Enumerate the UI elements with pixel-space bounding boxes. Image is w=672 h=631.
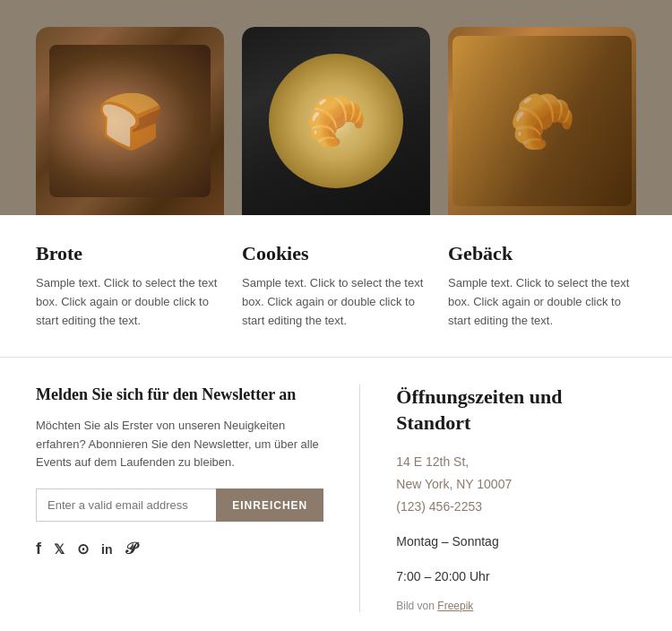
location-title: Öffnungszeiten und Standort (396, 385, 636, 436)
product-cookies-title: Cookies (242, 242, 430, 265)
facebook-icon[interactable]: f (36, 540, 41, 558)
social-icons-row: f 𝕏 ⊙ in 𝒫 (36, 540, 323, 558)
product-gebaeck: Gebäck Sample text. Click to select the … (448, 242, 636, 330)
submit-button[interactable]: EINREICHEN (216, 488, 323, 522)
newsletter-description: Möchten Sie als Erster von unseren Neuig… (36, 417, 323, 472)
pastry-image (448, 27, 636, 215)
linkedin-icon[interactable]: in (101, 542, 112, 557)
product-cookies: Cookies Sample text. Click to select the… (242, 242, 430, 330)
gallery-item-bread (36, 27, 224, 215)
product-brote-title: Brote (36, 242, 224, 265)
address-line2[interactable]: New York, NY 10007 (396, 473, 636, 496)
email-input[interactable] (36, 488, 216, 522)
gallery-section (0, 0, 672, 215)
products-section: Brote Sample text. Click to select the t… (0, 215, 672, 357)
credit-link[interactable]: Freepik (437, 600, 473, 612)
gallery-item-pastry (448, 27, 636, 215)
gallery-item-cookies (242, 27, 430, 215)
product-gebaeck-title: Gebäck (448, 242, 636, 265)
twitter-icon[interactable]: 𝕏 (54, 541, 65, 558)
hours-time: 7:00 – 20:00 Uhr (396, 566, 636, 588)
location-column: Öffnungszeiten und Standort 14 E 12th St… (359, 385, 636, 611)
bread-image (36, 27, 224, 215)
hours-days: Montag – Sonntag (396, 531, 636, 553)
phone-link[interactable]: (123) 456-2253 (396, 496, 636, 518)
address-line1[interactable]: 14 E 12th St, (396, 451, 636, 473)
product-brote: Brote Sample text. Click to select the t… (36, 242, 224, 330)
cookies-image (242, 27, 430, 215)
credit-text: Bild von Freepik (396, 600, 636, 612)
product-gebaeck-text: Sample text. Click to select the text bo… (448, 274, 636, 330)
newsletter-title: Melden Sie sich für den Newsletter an (36, 385, 323, 405)
email-form: EINREICHEN (36, 488, 323, 522)
instagram-icon[interactable]: ⊙ (77, 540, 89, 558)
product-cookies-text: Sample text. Click to select the text bo… (242, 274, 430, 330)
newsletter-column: Melden Sie sich für den Newsletter an Mö… (36, 385, 323, 611)
bottom-section: Melden Sie sich für den Newsletter an Mö… (0, 357, 672, 631)
pinterest-icon[interactable]: 𝒫 (125, 540, 136, 558)
product-brote-text: Sample text. Click to select the text bo… (36, 274, 224, 330)
